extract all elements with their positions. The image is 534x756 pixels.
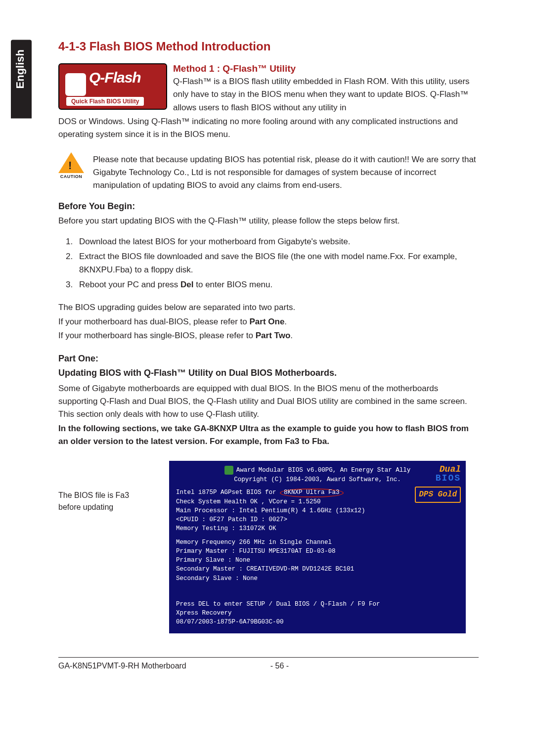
bios-badges: DualBIOS DPS Gold (415, 465, 461, 503)
dual-bios-badge: DualBIOS (415, 465, 461, 483)
part-one-sub: Updating BIOS with Q-Flash™ Utility on D… (58, 368, 479, 378)
before-lead: Before you start updating BIOS with the … (58, 215, 479, 227)
qflash-logo-sub: Quick Flash BIOS Utility (66, 97, 144, 106)
energy-star-icon (224, 466, 233, 475)
bios-side-note: The BIOS file is Fa3 before updating (58, 461, 151, 513)
part-one-bold: In the following sections, we take GA-8K… (58, 422, 479, 448)
qflash-logo: Q-Flash Quick Flash BIOS Utility (58, 63, 167, 110)
part-one-para: Some of Gigabyte motherboards are equipp… (58, 382, 479, 421)
bios-body: Intel i875P AGPset BIOS for 8KNXP Ultra … (176, 488, 459, 626)
page-content: 4-1-3 Flash BIOS Method Introduction Q-F… (58, 40, 479, 670)
guides-line2: If your motherboard has dual-BIOS, pleas… (58, 315, 479, 328)
method1-title: Method 1 : Q-Flash™ Utility (173, 63, 479, 74)
chip-icon (65, 73, 86, 96)
before-step1: Download the latest BIOS for your mother… (75, 235, 479, 248)
language-tab: English (11, 40, 32, 118)
caution-text: Please note that because updating BIOS h… (93, 153, 479, 192)
before-step3: Reboot your PC and press Del to enter BI… (75, 278, 479, 291)
bios-screenshot: DualBIOS DPS Gold Award Modular BIOS v6.… (169, 461, 466, 633)
guides-line1: The BIOS upgrading guides below are sepa… (58, 301, 479, 314)
bios-version-circle: 8KNXP Ultra Fa3 (280, 489, 344, 497)
section-title: 4-1-3 Flash BIOS Method Introduction (58, 40, 479, 53)
method1-intro2: DOS or Windows. Using Q-Flash™ indicatin… (58, 115, 479, 141)
guides-line3: If your motherboard has single-BIOS, ple… (58, 329, 479, 342)
before-heading: Before You Begin: (58, 201, 479, 212)
dps-gold-badge: DPS Gold (415, 487, 461, 503)
part-one-heading: Part One: (58, 354, 479, 364)
before-step2: Extract the BIOS file downloaded and sav… (75, 250, 479, 276)
footer: GA-K8N51PVMT-9-RH Motherboard - 56 - (58, 658, 479, 670)
qflash-logo-text: Q-Flash (89, 69, 141, 86)
method1-intro1: Q-Flash™ is a BIOS flash utility embedde… (173, 75, 479, 114)
footer-model: GA-K8N51PVMT-9-RH Motherboard (58, 662, 186, 670)
caution-icon: CAUTION (58, 152, 84, 179)
footer-page: - 56 - (270, 662, 289, 670)
before-steps: Download the latest BIOS for your mother… (75, 235, 479, 291)
caution-label: CAUTION (58, 174, 84, 179)
